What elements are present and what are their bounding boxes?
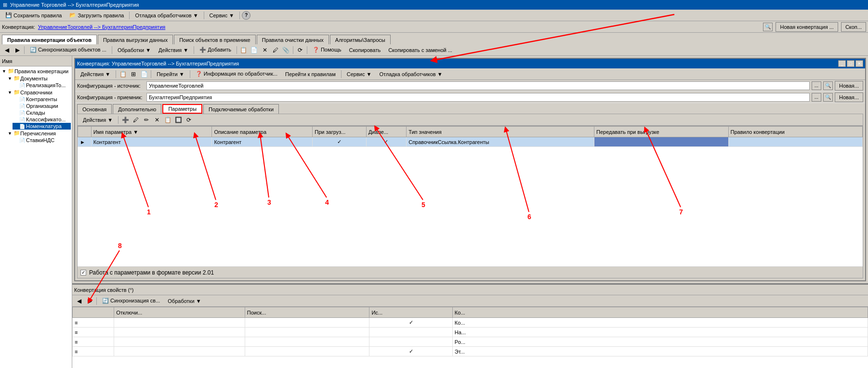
params-edit1-btn[interactable]: 🖊 [131, 116, 141, 124]
params-add-btn[interactable]: ➕ [120, 116, 130, 124]
close-btn[interactable]: ✕ [855, 60, 863, 67]
params-content: Действия ▼ ➕ 🖊 ✏ ✕ 📋 🔲 ⟳ [77, 114, 863, 278]
col-value-type[interactable]: Тип значения [407, 127, 594, 137]
tree-classifiers[interactable]: 📄 Классификато... [13, 116, 71, 123]
tree-orgs[interactable]: 📄 Организации [13, 103, 71, 109]
tree-vat[interactable]: 📄 СтавкиНДС [13, 137, 71, 144]
inner-copy-btn[interactable]: 📋 [118, 70, 128, 79]
tree-enums[interactable]: ▼ 📁 Перечисления [7, 130, 71, 137]
new-conv-button[interactable]: Новая конвертация ... [776, 22, 838, 32]
params-edit2-btn[interactable]: ✏ [142, 116, 151, 124]
table-row[interactable]: ≡ ✓ Эт... [73, 347, 868, 356]
inner-debug-btn[interactable]: Отладка обработчиков ▼ [376, 69, 446, 79]
tree-refs[interactable]: ▼ 📁 Справочники [7, 89, 71, 96]
col-at-load[interactable]: При загруз... [313, 127, 366, 137]
sync-btn[interactable]: 🔄 Синхронизация объектов ... [26, 45, 110, 55]
params-refresh-btn[interactable]: ⟳ [184, 116, 194, 124]
bottom-process-btn[interactable]: Обработки ▼ [164, 296, 204, 306]
col-conv-rule[interactable]: Правило конвертации [728, 127, 863, 137]
add-btn[interactable]: ➕ Добавить [196, 45, 235, 55]
tree-documents[interactable]: ▼ 📁 Документы [7, 75, 71, 82]
tab-main[interactable]: Основная [77, 104, 112, 114]
inner-doc-btn[interactable]: 📄 [139, 70, 149, 79]
ref-icon: 📄 [19, 110, 25, 116]
back-btn[interactable]: ◀ [2, 46, 12, 54]
tree-conv-rules[interactable]: ▼ 📁 Правила конвертации [1, 67, 71, 75]
dest-search-btn[interactable]: ... [812, 93, 821, 102]
inner-grid-btn[interactable]: ⊞ [129, 70, 138, 79]
table-row[interactable]: ≡ Ро... [73, 337, 868, 347]
conv-search-btn[interactable]: 🔍 [763, 23, 773, 31]
tab-algorithms[interactable]: Алгоритмы\Запросы [330, 35, 391, 44]
source-new-btn[interactable]: Новая... [835, 81, 863, 91]
copy2-btn[interactable]: 📄 [250, 46, 259, 54]
row-marker: ► [78, 137, 92, 147]
tab-conv-rules[interactable]: Правила конвертации объектов [2, 35, 97, 44]
process-btn[interactable]: Обработки ▼ [114, 45, 154, 55]
copy-conv-button[interactable]: Скоп... [841, 22, 866, 32]
sep4 [237, 46, 237, 54]
menu-load[interactable]: 📂 Загрузить правила [66, 11, 127, 20]
bottom-fwd-btn[interactable]: ▶ [85, 297, 94, 305]
tab-search-objects[interactable]: Поиск объектов в приемнике [174, 35, 256, 44]
config-source-input[interactable] [146, 81, 810, 90]
copy1-btn[interactable]: 📋 [239, 46, 249, 54]
tree-warehouses[interactable]: 📄 Склады [13, 109, 71, 116]
col-disable: Отключи... [114, 307, 245, 318]
params-data-table: Имя параметра ▼ Описание параметра При з… [78, 126, 863, 147]
dest-search-btn2[interactable]: 🔍 [823, 93, 833, 102]
menu-service[interactable]: Сервис ▼ [206, 11, 238, 20]
menu-debug[interactable]: Отладка обработчиков ▼ [132, 11, 201, 20]
conv-label: Конвертация: [2, 24, 35, 30]
inner-goto-btn[interactable]: Перейти ▼ [153, 69, 188, 79]
inner-title-bar: Конвертация: УправлениеТорговлей --> Бух… [75, 59, 865, 68]
conv-value[interactable]: УправлениеТорговлей --> БухгалтерияПредп… [38, 24, 165, 30]
tab-handlers[interactable]: Подключаемые обработки [203, 104, 279, 114]
delete-btn[interactable]: ✕ [260, 46, 270, 54]
table-row[interactable]: ► Контрагент Контрагент ✓ ✓ СправочникСс… [78, 137, 863, 147]
col-transmit[interactable]: Передавать при выгрузке [594, 127, 728, 137]
help-btn2[interactable]: ❓ Помощь [309, 45, 345, 55]
bottom-sync-btn[interactable]: 🔄 Синхронизация св... [99, 296, 163, 306]
attach-btn[interactable]: 📎 [281, 46, 291, 54]
inner-info-btn[interactable]: ❓ Информация по обработчик... [192, 69, 281, 79]
tab-params[interactable]: Параметры [162, 104, 202, 114]
copy-btn[interactable]: Скопировать [345, 45, 384, 55]
inner-actions-btn[interactable]: Действия ▼ [77, 69, 114, 79]
col-dialog[interactable]: Диале... [366, 127, 407, 137]
inner-rules-btn[interactable]: Перейти к правилам [282, 69, 339, 79]
forward-btn[interactable]: ▶ [13, 46, 22, 54]
tab-extra[interactable]: Дополнительно [113, 104, 161, 114]
tree-realization[interactable]: 📄 РеализацияТо... [13, 82, 71, 89]
row-transmit [594, 137, 728, 147]
help-button[interactable]: ? [242, 11, 250, 20]
bottom-back-btn[interactable]: ◀ [74, 297, 84, 305]
table-row[interactable]: ≡ На... [73, 328, 868, 337]
menu-save[interactable]: 💾 Сохранить правила [2, 11, 65, 20]
table-row[interactable]: ≡ ✓ Ко... [73, 318, 868, 328]
tab-clear-rules[interactable]: Правила очистки данных [257, 35, 329, 44]
minimize-btn[interactable]: _ [838, 60, 846, 67]
tab-export-rules[interactable]: Правила выгрузки данных [98, 35, 173, 44]
col-param-name[interactable]: Имя параметра ▼ [91, 127, 212, 137]
config-dest-input[interactable] [146, 93, 810, 102]
dest-new-btn[interactable]: Новая... [835, 92, 863, 102]
edit1-btn[interactable]: 🖊 [271, 46, 280, 54]
source-search-btn2[interactable]: 🔍 [823, 81, 833, 90]
params-actions-btn[interactable]: Действия ▼ [79, 115, 116, 125]
params-grid-btn[interactable]: 🔲 [173, 116, 183, 124]
arrow-btn[interactable]: ⟳ [295, 46, 305, 54]
main-tabs-bar: Правила конвертации объектов Правила выг… [0, 33, 868, 44]
params-del-btn[interactable]: ✕ [152, 116, 162, 124]
inner-svc-btn[interactable]: Сервис ▼ [343, 69, 375, 79]
col-param-desc[interactable]: Описание параметра [212, 127, 313, 137]
tree-nomenclature[interactable]: 📄 Номенклатура [13, 123, 71, 130]
tree-contractors[interactable]: 📄 Контрагенты [13, 96, 71, 103]
params-version-checkbox[interactable] [80, 270, 86, 276]
bottom-table: Отключи... Поиск... Ис... Ко... ≡ ✓ Ко [72, 307, 868, 368]
maximize-btn[interactable]: □ [847, 60, 855, 67]
copy-replace-btn[interactable]: Скопировать с заменой ... [385, 45, 456, 55]
actions-btn[interactable]: Действия ▼ [155, 45, 192, 55]
source-search-btn[interactable]: ... [812, 81, 821, 90]
params-copy-btn[interactable]: 📋 [163, 116, 172, 124]
